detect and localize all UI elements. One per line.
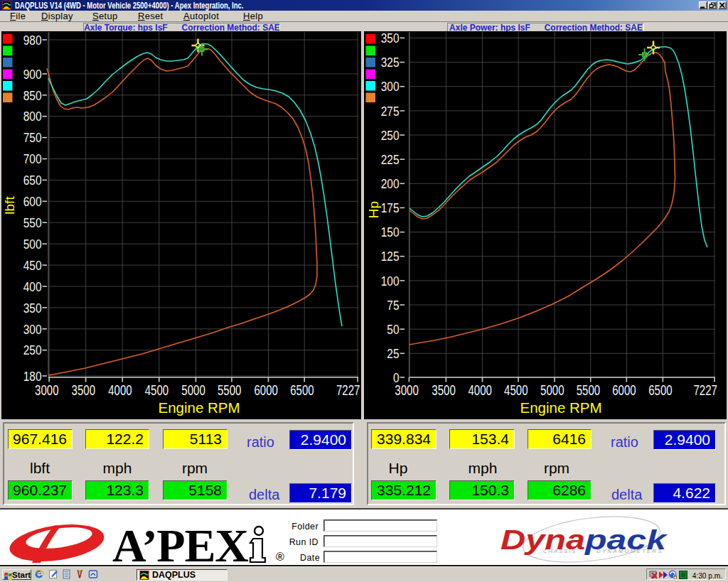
svg-text:3500: 3500 (432, 382, 456, 398)
svg-text:6500: 6500 (648, 382, 673, 398)
svg-text:450: 450 (23, 258, 42, 273)
svg-text:6000: 6000 (612, 382, 636, 398)
svg-text:CHASSIS: CHASSIS (543, 548, 577, 554)
svg-text:3000: 3000 (395, 382, 419, 398)
svg-text:200: 200 (381, 176, 400, 191)
svg-text:800: 800 (23, 109, 42, 124)
svg-text:175: 175 (381, 200, 400, 215)
svg-text:4500: 4500 (145, 382, 169, 398)
svg-text:5000: 5000 (181, 382, 205, 398)
svg-text:25: 25 (387, 346, 399, 361)
svg-text:Hp: Hp (366, 201, 381, 218)
svg-text:250: 250 (381, 128, 400, 143)
svg-text:5500: 5500 (218, 382, 242, 398)
svg-text:500: 500 (23, 237, 42, 252)
svg-text:550: 550 (23, 215, 42, 230)
svg-text:250: 250 (23, 343, 42, 357)
svg-text:Engine RPM: Engine RPM (158, 399, 240, 416)
svg-text:125: 125 (381, 249, 400, 264)
svg-text:Engine RPM: Engine RPM (520, 399, 601, 416)
svg-text:3000: 3000 (35, 382, 59, 398)
svg-text:3500: 3500 (72, 382, 96, 398)
svg-text:®: ® (276, 551, 284, 563)
svg-text:100: 100 (381, 274, 400, 289)
svg-text:7227: 7227 (336, 382, 360, 398)
svg-text:6000: 6000 (254, 382, 278, 398)
svg-text:6500: 6500 (290, 382, 314, 398)
svg-text:400: 400 (23, 279, 42, 294)
svg-text:lbft: lbft (2, 196, 17, 215)
svg-text:75: 75 (387, 298, 399, 313)
svg-text:225: 225 (381, 152, 400, 167)
svg-text:900: 900 (23, 67, 42, 82)
svg-text:650: 650 (23, 173, 42, 188)
svg-text:325: 325 (381, 55, 400, 70)
svg-text:4500: 4500 (504, 382, 528, 398)
svg-text:600: 600 (23, 194, 42, 209)
svg-text:980: 980 (23, 33, 42, 48)
svg-text:300: 300 (381, 79, 400, 94)
svg-text:850: 850 (23, 88, 42, 103)
svg-text:A’PEX: A’PEX (112, 519, 249, 566)
svg-text:4000: 4000 (108, 382, 132, 398)
svg-text:275: 275 (381, 104, 400, 119)
svg-text:300: 300 (23, 322, 42, 337)
svg-text:700: 700 (23, 151, 42, 166)
svg-text:350: 350 (23, 301, 42, 316)
svg-text:5000: 5000 (540, 382, 564, 398)
svg-text:750: 750 (23, 130, 42, 145)
svg-text:150: 150 (381, 225, 400, 239)
svg-text:7227: 7227 (694, 382, 718, 398)
svg-text:DYNAMOMETERS: DYNAMOMETERS (596, 548, 663, 554)
svg-text:50: 50 (387, 322, 399, 337)
svg-text:350: 350 (381, 31, 400, 45)
svg-text:4000: 4000 (468, 382, 492, 398)
svg-text:5500: 5500 (577, 382, 601, 398)
